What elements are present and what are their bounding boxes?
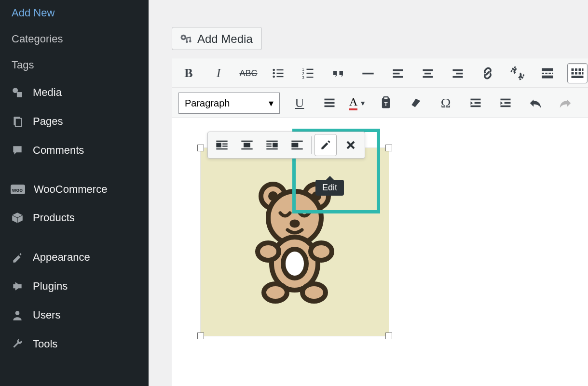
editor-main: Add Media B I ABC 123 bbox=[149, 0, 588, 386]
outdent-button[interactable] bbox=[465, 93, 486, 113]
svg-rect-37 bbox=[542, 76, 553, 79]
remove-link-button[interactable] bbox=[507, 63, 528, 83]
svg-text:woo: woo bbox=[12, 187, 23, 193]
media-icon bbox=[11, 86, 24, 99]
special-character-button[interactable]: Ω bbox=[436, 93, 456, 113]
svg-rect-23 bbox=[393, 69, 403, 71]
svg-rect-65 bbox=[244, 143, 250, 147]
svg-rect-51 bbox=[384, 97, 388, 100]
sidebar-item-users[interactable]: Users bbox=[0, 301, 149, 330]
svg-rect-46 bbox=[572, 76, 584, 78]
svg-point-85 bbox=[302, 284, 326, 301]
resize-handle-se[interactable] bbox=[385, 333, 392, 339]
numbered-list-button[interactable]: 123 bbox=[298, 63, 318, 83]
image-remove-button[interactable] bbox=[340, 134, 362, 156]
svg-rect-54 bbox=[475, 102, 481, 104]
align-center-button[interactable] bbox=[418, 63, 438, 83]
svg-rect-28 bbox=[423, 76, 433, 78]
bulleted-list-button[interactable] bbox=[268, 63, 288, 83]
sidebar-item-media[interactable]: Media bbox=[0, 78, 149, 107]
paste-as-text-button[interactable]: T bbox=[376, 93, 396, 113]
svg-rect-22 bbox=[362, 73, 373, 75]
svg-point-86 bbox=[291, 221, 298, 226]
sidebar-item-plugins[interactable]: Plugins bbox=[0, 272, 149, 301]
horizontal-rule-button[interactable] bbox=[358, 63, 378, 83]
svg-rect-63 bbox=[216, 148, 227, 149]
chevron-down-icon: ▾ bbox=[269, 97, 273, 109]
svg-rect-74 bbox=[291, 148, 302, 149]
add-media-button[interactable]: Add Media bbox=[172, 27, 262, 50]
sidebar-item-pages[interactable]: Pages bbox=[0, 107, 149, 136]
strikethrough-button[interactable]: ABC bbox=[238, 63, 259, 83]
svg-point-84 bbox=[264, 284, 287, 301]
read-more-button[interactable] bbox=[537, 63, 558, 83]
blockquote-button[interactable] bbox=[328, 63, 348, 83]
resize-handle-sw[interactable] bbox=[197, 333, 204, 339]
svg-text:3: 3 bbox=[302, 76, 304, 80]
svg-rect-53 bbox=[471, 99, 481, 101]
svg-point-83 bbox=[311, 243, 332, 260]
sidebar-item-comments[interactable]: Comments bbox=[0, 136, 149, 165]
indent-button[interactable] bbox=[495, 93, 516, 113]
sidebar-item-label: Comments bbox=[33, 144, 84, 157]
sidebar-item-label: Plugins bbox=[33, 280, 68, 293]
editor-content-area[interactable]: Edit bbox=[172, 118, 588, 386]
sidebar-item-label: Media bbox=[33, 86, 62, 99]
insert-link-button[interactable] bbox=[478, 63, 498, 83]
sidebar-item-tools[interactable]: Tools bbox=[0, 330, 149, 359]
svg-rect-3 bbox=[15, 119, 22, 127]
sidebar-item-label: Tools bbox=[33, 338, 57, 350]
underline-button[interactable]: U bbox=[289, 93, 310, 113]
image-edit-button[interactable] bbox=[315, 134, 337, 156]
image-align-left-button[interactable] bbox=[211, 134, 233, 156]
svg-rect-36 bbox=[552, 73, 553, 74]
svg-rect-72 bbox=[291, 141, 302, 142]
sidebar-subitem-add-new[interactable]: Add New bbox=[0, 0, 149, 26]
align-right-button[interactable] bbox=[448, 63, 468, 83]
text-color-button[interactable]: A ▼ bbox=[349, 96, 366, 110]
paragraph-format-select[interactable]: Paragraph ▾ bbox=[178, 93, 280, 114]
svg-rect-32 bbox=[542, 68, 553, 71]
admin-sidebar: Add New Categories Tags Media Pages Comm… bbox=[0, 0, 149, 386]
svg-rect-70 bbox=[266, 146, 272, 146]
sidebar-item-appearance[interactable]: Appearance bbox=[0, 243, 149, 272]
add-media-label: Add Media bbox=[197, 32, 253, 46]
clear-formatting-button[interactable] bbox=[406, 93, 426, 113]
toolbar-toggle-button[interactable] bbox=[567, 63, 588, 83]
svg-rect-29 bbox=[453, 69, 463, 71]
image-align-none-button[interactable] bbox=[286, 134, 308, 156]
svg-rect-44 bbox=[579, 72, 581, 75]
edit-tooltip: Edit bbox=[315, 180, 344, 196]
svg-point-82 bbox=[258, 243, 279, 260]
svg-rect-11 bbox=[277, 69, 284, 70]
sidebar-subitem-categories[interactable]: Categories bbox=[0, 26, 149, 52]
products-icon bbox=[11, 211, 24, 225]
bold-button[interactable]: B bbox=[178, 63, 199, 83]
resize-handle-ne[interactable] bbox=[385, 145, 392, 151]
svg-rect-20 bbox=[307, 73, 314, 74]
justify-button[interactable] bbox=[319, 93, 340, 113]
svg-rect-73 bbox=[291, 143, 298, 147]
redo-button[interactable] bbox=[555, 93, 575, 113]
appearance-icon bbox=[11, 251, 24, 264]
content-image[interactable] bbox=[201, 148, 389, 336]
format-select-value: Paragraph bbox=[185, 98, 230, 109]
undo-button[interactable] bbox=[525, 93, 546, 113]
sidebar-item-products[interactable]: Products bbox=[0, 203, 149, 232]
text-color-a-icon: A bbox=[349, 96, 357, 110]
italic-button[interactable]: I bbox=[208, 63, 229, 83]
sidebar-subitem-tags[interactable]: Tags bbox=[0, 52, 149, 78]
sidebar-item-label: Products bbox=[33, 212, 75, 224]
svg-point-81 bbox=[283, 249, 306, 278]
svg-point-10 bbox=[273, 69, 275, 71]
toolbar-separator bbox=[311, 136, 312, 154]
sidebar-item-woocommerce[interactable]: woo WooCommerce bbox=[0, 175, 149, 203]
image-align-right-button[interactable] bbox=[261, 134, 283, 156]
resize-handle-nw[interactable] bbox=[197, 145, 204, 151]
editor-toolbar-wrap: B I ABC 123 bbox=[172, 58, 588, 386]
woocommerce-icon: woo bbox=[11, 185, 25, 194]
align-left-button[interactable] bbox=[388, 63, 408, 83]
svg-rect-60 bbox=[216, 143, 221, 147]
image-align-center-button[interactable] bbox=[236, 134, 258, 156]
pages-icon bbox=[11, 115, 24, 128]
